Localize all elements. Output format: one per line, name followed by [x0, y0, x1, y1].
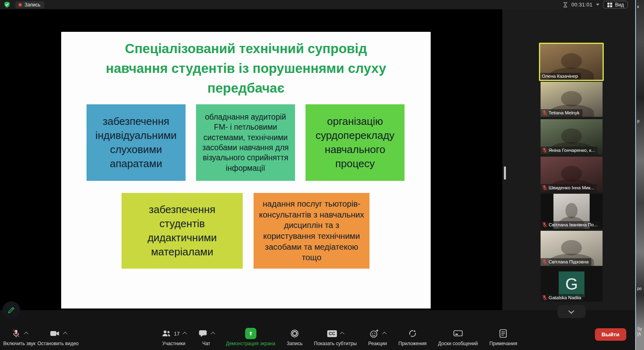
- meeting-toolbar: 17Участники Чат Демонстрация экрана Запи…: [0, 310, 635, 350]
- meeting-timer: 00:31:01: [572, 2, 593, 8]
- chevron-up-icon[interactable]: [24, 332, 28, 336]
- presentation-slide: Спеціалізований технічний супровід навча…: [61, 32, 431, 309]
- camera-icon: [50, 329, 60, 338]
- scroll-down-button[interactable]: [557, 305, 586, 318]
- muted-mic-icon: [542, 222, 547, 228]
- notes-icon: [499, 329, 508, 338]
- toolbar-label: Участники: [162, 341, 185, 346]
- participants-button[interactable]: 17Участники: [161, 328, 186, 346]
- cc-icon: CC: [327, 330, 337, 337]
- whiteboards-button[interactable]: Доски сообщений: [438, 328, 478, 346]
- edge-text-fragment: p: [637, 119, 640, 123]
- panel-scrollbar[interactable]: [504, 166, 506, 180]
- chat-button[interactable]: Чат: [198, 328, 215, 346]
- slide-title: Спеціалізований технічний супровід навча…: [61, 39, 431, 98]
- toolbar-label: Чат: [202, 341, 210, 346]
- record-icon: [290, 329, 299, 338]
- cc-icon: CC: [327, 330, 337, 337]
- toolbar-label: Остановить видео: [37, 341, 78, 346]
- shared-screen-area: Спеціалізований технічний супровід навча…: [0, 9, 502, 310]
- security-shield-icon[interactable]: [4, 1, 10, 8]
- participants-panel: Олена Казачінер Tetiana Melnyk Яніна Гон…: [502, 9, 635, 310]
- stop-video-button[interactable]: Остановить видео: [37, 328, 78, 346]
- chat-icon: [198, 329, 208, 338]
- slide-box-fm-systems: обладнання аудиторій FM- і петльовими си…: [196, 104, 295, 181]
- view-button-label: Вид: [615, 2, 624, 8]
- toolbar-label: Демонстрация экрана: [226, 341, 275, 346]
- reactions-button[interactable]: Реакции: [368, 328, 387, 346]
- muted-mic-icon: [542, 147, 547, 153]
- annotate-button[interactable]: [2, 301, 20, 319]
- recording-indicator: Запись: [15, 1, 44, 8]
- recording-label: Запись: [25, 2, 40, 8]
- background-window-strip: кppoSy[A: [635, 0, 644, 350]
- participant-tile[interactable]: Олена Казачінер: [539, 43, 604, 81]
- participants-count: 17: [174, 331, 180, 337]
- muted-mic-icon: [542, 259, 547, 265]
- view-button[interactable]: Вид: [603, 1, 628, 8]
- slide-box-hearing-aids: забезпечення індивідуальними слуховими а…: [87, 104, 186, 181]
- toolbar-label: Приложения: [398, 341, 427, 346]
- participant-name: Олена Казачінер: [540, 73, 581, 80]
- participant-tile[interactable]: Світлана Підховна: [541, 231, 603, 266]
- participant-name: Світлана Іванівна По...: [541, 221, 601, 229]
- chevron-up-icon[interactable]: [340, 332, 344, 336]
- edge-text-fragment: к: [637, 5, 639, 9]
- meeting-top-bar: Запись 00:31:01 Вид: [0, 0, 644, 9]
- reactions-icon: [369, 329, 379, 339]
- share-screen-button[interactable]: Демонстрация экрана: [226, 328, 275, 346]
- toolbar-label: Показать субтитры: [314, 341, 357, 346]
- edge-text-fragment: [A: [637, 332, 641, 336]
- recording-dot-icon: [19, 3, 22, 6]
- chevron-down-icon: [568, 308, 574, 313]
- participant-tile[interactable]: Яніна Гончаренко, к...: [541, 119, 603, 154]
- apps-button[interactable]: Приложения: [398, 328, 427, 346]
- participant-tile[interactable]: Tetiana Melnyk: [541, 82, 603, 117]
- notes-button[interactable]: Примечания: [489, 328, 517, 346]
- avatar: G: [559, 271, 584, 297]
- participant-name: Яніна Гончаренко, к...: [541, 147, 598, 154]
- toolbar-label: Запись: [287, 341, 302, 346]
- record-button[interactable]: Запись: [287, 328, 302, 346]
- zoom-meeting-window: Запись 00:31:01 Вид Спеціалізований: [0, 0, 644, 350]
- unmute-button[interactable]: Включить звук: [3, 328, 35, 346]
- mic-muted-icon: [11, 329, 21, 338]
- share-screen-icon: [245, 328, 256, 339]
- toolbar-label: Доски сообщений: [438, 341, 478, 346]
- muted-mic-icon: [542, 110, 547, 116]
- edge-text-fragment: po: [637, 287, 642, 291]
- toolbar-label: Реакции: [368, 341, 387, 346]
- participant-name: Швиденко Інна Мик...: [541, 184, 597, 192]
- chevron-up-icon[interactable]: [382, 332, 386, 336]
- participants-icon: [161, 329, 171, 338]
- chevron-up-icon[interactable]: [183, 332, 187, 336]
- toolbar-label: Включить звук: [3, 341, 35, 346]
- participant-name: Gatalska Nadiia: [541, 294, 584, 302]
- share-screen-icon: [245, 328, 256, 339]
- participant-tile[interactable]: GGatalska Nadiia: [541, 267, 603, 302]
- grid-view-icon: [607, 2, 613, 8]
- captions-button[interactable]: CCПоказать субтитры: [314, 328, 357, 346]
- participant-name: Tetiana Melnyk: [541, 109, 582, 117]
- slide-box-interpreting: організацію сурдоперекладу навчального п…: [305, 104, 405, 181]
- apps-icon: [408, 329, 417, 338]
- participant-name: Світлана Підховна: [541, 258, 591, 266]
- muted-mic-icon: [542, 185, 547, 191]
- slide-box-materials: забезпечення студентів дидактичними мате…: [122, 193, 243, 269]
- participant-tile[interactable]: Світлана Іванівна По...: [541, 194, 603, 229]
- edge-text-fragment: Sy: [637, 327, 642, 331]
- leave-button[interactable]: Выйти: [595, 328, 627, 341]
- hourglass-icon: [563, 2, 568, 8]
- timer-caret-icon[interactable]: [596, 4, 599, 6]
- pencil-icon: [7, 306, 16, 315]
- toolbar-label: Примечания: [489, 341, 517, 346]
- chevron-up-icon[interactable]: [63, 332, 67, 336]
- chevron-up-icon[interactable]: [211, 332, 215, 336]
- muted-mic-icon: [542, 295, 547, 300]
- participant-tile[interactable]: Швиденко Інна Мик...: [541, 157, 603, 192]
- whiteboard-icon: [453, 329, 463, 338]
- slide-box-tutors: надання послуг тьюторів-консультантів з …: [254, 193, 369, 269]
